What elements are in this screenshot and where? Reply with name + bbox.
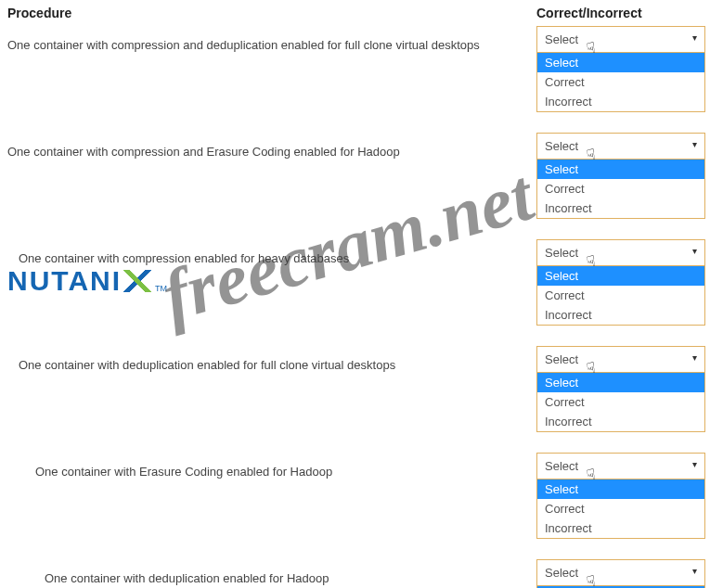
table-header: Procedure Correct/Incorrect [7,6,703,20]
dropdown-option-incorrect[interactable]: Incorrect [537,92,704,111]
dropdown-selected[interactable]: Select [536,346,705,373]
dropdown-option-correct[interactable]: Correct [537,499,704,518]
dropdown-option-select[interactable]: Select [537,479,704,499]
header-procedure: Procedure [7,6,536,20]
procedure-text: One container with compression enabled f… [7,239,536,276]
answer-dropdown[interactable]: Select ☟ Select Correct Incorrect [536,453,705,539]
answer-dropdown[interactable]: Select ☟ Select Correct Incorrect [536,346,705,432]
dropdown-option-incorrect[interactable]: Incorrect [537,518,704,538]
dropdown-option-incorrect[interactable]: Incorrect [537,412,704,431]
dropdown-option-select[interactable]: Select [537,160,704,179]
dropdown-selected[interactable]: Select [536,453,705,479]
dropdown-option-correct[interactable]: Correct [537,286,704,305]
table-row: One container with deduplication enabled… [7,559,703,588]
dropdown-list: Select Correct Incorrect [536,373,705,432]
answer-dropdown[interactable]: Select ☟ Select Correct Incorrect [536,559,705,588]
dropdown-selected[interactable]: Select [536,239,705,266]
procedure-text: One container with deduplication enabled… [7,346,536,383]
answer-dropdown[interactable]: Select ☟ Select Correct Incorrect [536,26,705,112]
dropdown-selected[interactable]: Select [536,559,705,586]
procedure-text: One container with Erasure Coding enable… [7,453,536,490]
dropdown-option-incorrect[interactable]: Incorrect [537,305,704,325]
dropdown-option-incorrect[interactable]: Incorrect [537,198,704,218]
table-row: One container with Erasure Coding enable… [7,453,703,539]
procedure-text: One container with compression and Erasu… [7,133,536,170]
dropdown-option-correct[interactable]: Correct [537,179,704,198]
dropdown-option-select[interactable]: Select [537,266,704,286]
table-row: One container with compression enabled f… [7,239,703,326]
answer-dropdown[interactable]: Select ☟ Select Correct Incorrect [536,239,705,326]
dropdown-option-correct[interactable]: Correct [537,392,704,412]
table-row: One container with deduplication enabled… [7,346,703,432]
dropdown-list: Select Correct Incorrect [536,53,705,112]
dropdown-selected[interactable]: Select [536,133,705,160]
dropdown-selected[interactable]: Select [536,26,705,53]
table-row: One container with compression and Erasu… [7,133,703,219]
answer-dropdown[interactable]: Select ☟ Select Correct Incorrect [536,133,705,219]
procedure-text: One container with deduplication enabled… [7,559,536,588]
dropdown-list: Select Correct Incorrect [536,266,705,326]
dropdown-option-select[interactable]: Select [537,373,704,392]
procedure-text: One container with compression and dedup… [7,26,536,63]
header-correct-incorrect: Correct/Incorrect [536,6,703,20]
dropdown-list: Select Correct Incorrect [536,160,705,219]
dropdown-option-correct[interactable]: Correct [537,72,704,92]
table-row: One container with compression and dedup… [7,26,703,112]
dropdown-option-select[interactable]: Select [537,53,704,72]
dropdown-list: Select Correct Incorrect [536,479,705,539]
